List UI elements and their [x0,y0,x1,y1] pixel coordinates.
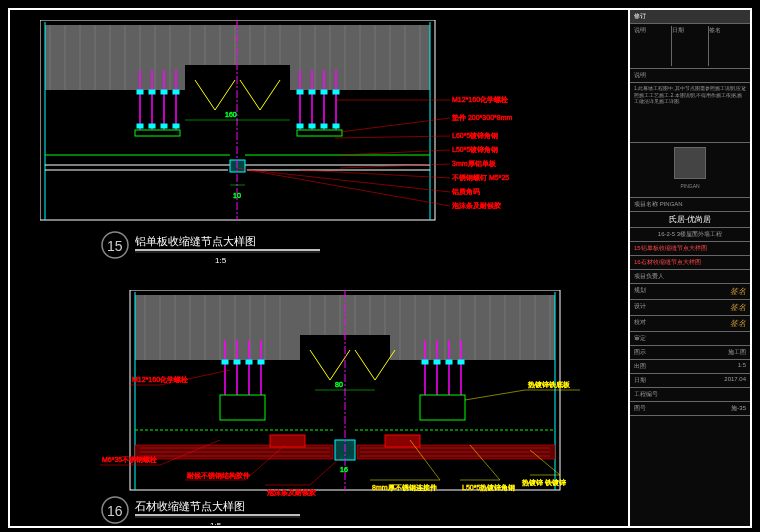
svg-rect-121 [458,360,464,364]
tb-field: 工程编号 [630,388,750,402]
svg-rect-123 [420,395,465,420]
svg-text:热镀锌 铁镀锌: 热镀锌 铁镀锌 [522,479,566,487]
svg-rect-115 [234,360,240,364]
svg-text:L60*5镀锌角钢: L60*5镀锌角钢 [452,132,498,139]
svg-text:80: 80 [335,381,343,388]
svg-rect-38 [297,90,303,94]
tb-field: 审定 [630,332,750,346]
svg-text:1:5: 1:5 [215,256,227,265]
cad-viewport: 160 10 M12*160化学螺栓 垫件 200*300*8mm L60*5镀… [0,0,760,532]
svg-text:8mm厚不锈钢连接件: 8mm厚不锈钢连接件 [372,484,437,492]
svg-text:石材收缩缝节点大样图: 石材收缩缝节点大样图 [135,500,245,512]
svg-rect-46 [297,124,303,128]
svg-rect-51 [297,130,342,136]
svg-rect-48 [321,124,327,128]
svg-text:160: 160 [225,111,237,118]
svg-text:M6*35不锈钢螺栓: M6*35不锈钢螺栓 [102,456,157,464]
drawing-area[interactable]: 160 10 M12*160化学螺栓 垫件 200*300*8mm L60*5镀… [8,8,632,528]
svg-rect-50 [135,130,180,136]
sheet-title-1: 15铝单板收缩缝节点大样图 [630,242,750,256]
svg-rect-122 [220,395,265,420]
svg-text:泡沫条及耐候胶: 泡沫条及耐候胶 [452,202,501,209]
detail-15: 160 10 M12*160化学螺栓 垫件 200*300*8mm L60*5镀… [40,20,600,270]
svg-text:16: 16 [107,503,123,519]
tb-field: 图示施工图 [630,346,750,360]
sheet-title-2: 16石材收缩缝节点大样图 [630,256,750,270]
svg-text:耐候不锈钢结构胶件: 耐候不锈钢结构胶件 [187,472,250,480]
svg-text:3mm厚铝单板: 3mm厚铝单板 [452,160,496,167]
svg-rect-34 [137,90,143,94]
svg-rect-134 [270,435,305,447]
tb-field: 项目负责人 [630,270,750,284]
svg-text:L50*5镀锌角钢: L50*5镀锌角钢 [452,146,498,153]
svg-rect-35 [149,90,155,94]
tb-field: 日期2017.04 [630,374,750,388]
svg-text:铝质角码: 铝质角码 [451,188,480,195]
svg-rect-119 [434,360,440,364]
svg-rect-47 [309,124,315,128]
svg-rect-42 [137,124,143,128]
svg-text:L50*5热镀锌角钢: L50*5热镀锌角钢 [462,484,515,492]
svg-text:10: 10 [233,192,241,199]
detail-16: 80 16 M12*160化学螺栓 M6*35不锈钢螺栓 耐候不锈钢结构胶件 泡… [70,290,630,525]
svg-rect-117 [258,360,264,364]
svg-text:15: 15 [107,238,123,254]
svg-text:16: 16 [340,466,348,473]
title-block: 修订 说明 日期 签名 说明 1.此幕墙工程图中,其中节点图需参照施工说明,应避… [628,8,752,528]
revision-header: 修订 [630,10,750,24]
svg-rect-37 [173,90,179,94]
tb-field: 规划签名 [630,284,750,300]
svg-rect-44 [161,124,167,128]
svg-text:不锈钢螺钉 M5*25: 不锈钢螺钉 M5*25 [452,174,509,182]
tb-field: 图号施-35 [630,402,750,416]
svg-text:热镀锌铁底板: 热镀锌铁底板 [528,381,570,389]
svg-text:M12*160化学螺栓: M12*160化学螺栓 [132,376,188,383]
notes-title: 说明 [630,69,750,83]
svg-text:1:5: 1:5 [210,521,222,525]
svg-rect-43 [149,124,155,128]
svg-text:铝单板收缩缝节点大样图: 铝单板收缩缝节点大样图 [134,235,256,247]
tb-field: 出图1:5 [630,360,750,374]
svg-text:M12*160化学螺栓: M12*160化学螺栓 [452,96,508,103]
svg-rect-39 [309,90,315,94]
svg-rect-116 [246,360,252,364]
svg-text:垫件 200*300*8mm: 垫件 200*300*8mm [452,114,512,121]
tb-field: 设计签名 [630,300,750,316]
notes-text: 1.此幕墙工程图中,其中节点图需参照施工说明,应避照施工工艺施工.2.本图说明,… [630,83,750,143]
svg-rect-49 [333,124,339,128]
title-block-fields: 项目负责人规划签名设计签名校对签名审定图示施工图出图1:5日期2017.04工程… [630,270,750,416]
svg-rect-41 [333,90,339,94]
svg-rect-45 [173,124,179,128]
svg-rect-135 [385,435,420,447]
svg-rect-114 [222,360,228,364]
svg-rect-118 [422,360,428,364]
tb-field: 校对签名 [630,316,750,332]
company-logo [674,147,706,179]
svg-text:泡沫条及耐候胶: 泡沫条及耐候胶 [267,489,316,496]
svg-rect-36 [161,90,167,94]
svg-rect-40 [321,90,327,94]
svg-rect-120 [446,360,452,364]
